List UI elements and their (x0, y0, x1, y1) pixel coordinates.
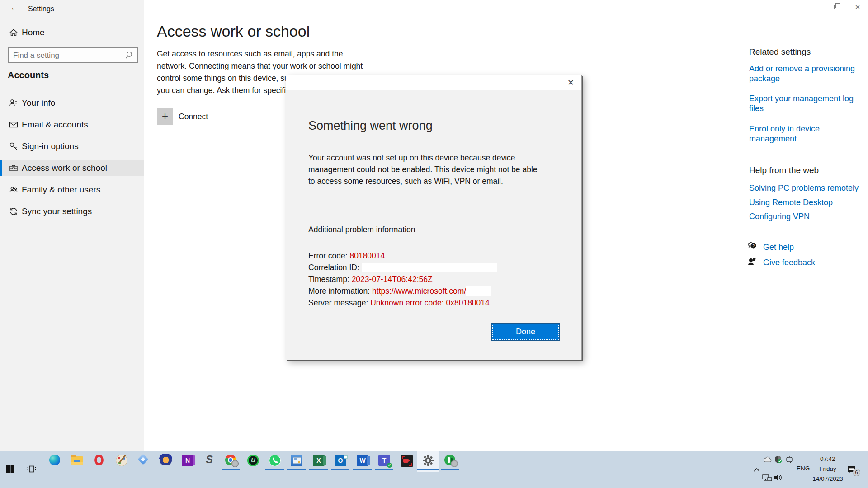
whatsapp-icon[interactable] (269, 455, 281, 466)
svg-text:?: ? (752, 244, 755, 248)
field-error-code: Error code: 80180014 (308, 251, 385, 263)
sync-icon (9, 207, 18, 216)
close-button[interactable]: ✕ (847, 0, 868, 14)
more-information-link[interactable]: https://www.microsoft.com/ (372, 286, 466, 296)
running-indicator (353, 469, 372, 470)
start-button[interactable] (6, 465, 14, 475)
search-icon[interactable] (125, 51, 134, 61)
overlay-badge (231, 460, 239, 467)
chrome-icon[interactable] (225, 455, 236, 465)
sidebar-item-sync-your-settings[interactable]: Sync your settings (0, 203, 144, 220)
running-indicator (441, 469, 459, 470)
file-explorer-icon[interactable] (71, 455, 83, 465)
outlook-icon[interactable]: O (335, 455, 346, 466)
description-line: you can change. Ask them for specific in… (157, 86, 307, 95)
link-give-feedback[interactable]: Give feedback (763, 258, 815, 267)
clock-day[interactable]: Friday (811, 465, 845, 473)
volume-icon[interactable] (774, 474, 783, 483)
selected-accent-bar (0, 160, 2, 176)
word-icon[interactable]: W (357, 455, 368, 466)
blue-tile-app-icon[interactable] (291, 455, 302, 466)
something-went-wrong-dialog: ✕ Something went wrong Your account was … (286, 75, 582, 360)
link-using-remote-desktop[interactable]: Using Remote Desktop (749, 197, 833, 207)
opera-icon[interactable] (94, 455, 104, 465)
dialog-body-line: management could not be enabled. This de… (308, 165, 538, 174)
running-indicator (287, 469, 306, 470)
onedrive-cloud-icon[interactable] (763, 456, 772, 465)
green-app-icon[interactable] (444, 455, 455, 465)
device-cam-icon[interactable] (786, 456, 793, 465)
redacted-box (466, 286, 491, 296)
search-box[interactable] (8, 47, 138, 63)
minimize-button[interactable]: – (806, 0, 826, 14)
notification-center-icon[interactable]: 6 (847, 465, 857, 476)
minimize-icon: – (814, 3, 818, 11)
settings-gear-icon (422, 455, 434, 468)
running-indicator (417, 469, 439, 470)
field-more-information: More information: https://www.microsoft.… (308, 286, 491, 298)
description-line: Get access to resources such as email, a… (157, 49, 343, 59)
paint-icon[interactable] (116, 455, 127, 466)
u-app-icon[interactable]: U (247, 455, 259, 466)
clock-date[interactable]: 14/07/2023 (811, 474, 845, 483)
link-solving-pc-problems[interactable]: Solving PC problems remotely (749, 183, 859, 193)
sidebar-section-accounts: Accounts (8, 70, 49, 80)
close-icon: ✕ (855, 3, 861, 11)
sidebar-item-sign-in-options[interactable]: Sign-in options (0, 138, 144, 155)
link-add-remove-provisioning[interactable]: Add or remove a provisioning package (749, 64, 855, 84)
onenote-icon[interactable]: N (182, 455, 193, 466)
settings-sidebar: ← Settings Home Accounts Your info Email… (0, 0, 144, 451)
running-indicator (222, 469, 240, 470)
search-input[interactable] (12, 49, 123, 62)
teams-icon[interactable]: T ✓ (378, 455, 390, 466)
tray-expand-chevron-icon[interactable] (753, 466, 760, 474)
person-info-icon (9, 99, 18, 108)
link-enrol-device-management[interactable]: Enrol only in device management (749, 124, 820, 144)
sidebar-item-label: Sync your settings (22, 203, 92, 220)
connect-label: Connect (179, 112, 208, 122)
sidebar-item-label: Access work or school (22, 160, 107, 176)
sidebar-item-access-work-or-school[interactable]: Access work or school (0, 160, 144, 176)
s-app-icon[interactable]: S (206, 454, 213, 465)
dialog-titlebar: ✕ (286, 75, 581, 90)
security-shield-icon[interactable] (774, 455, 782, 465)
back-arrow-icon[interactable]: ← (10, 3, 19, 13)
sidebar-item-family-other-users[interactable]: Family & other users (0, 182, 144, 198)
clock-time[interactable]: 07:42 (811, 455, 845, 463)
link-export-management-logs[interactable]: Export your management log files (749, 94, 854, 113)
sidebar-item-label: Family & other users (22, 182, 100, 198)
sidebar-item-email-accounts[interactable]: Email & accounts (0, 117, 144, 133)
help-from-web-heading: Help from the web (749, 165, 819, 175)
description-line: network. Connecting means that your work… (157, 61, 363, 71)
sidebar-item-label: Your info (22, 95, 55, 111)
diamond-app-icon[interactable] (139, 455, 147, 463)
envelope-icon (9, 120, 18, 129)
overlay-badge (451, 460, 458, 467)
network-icon[interactable] (762, 474, 772, 483)
redacted-box (362, 263, 497, 272)
link-get-help[interactable]: Get help (763, 242, 794, 252)
sidebar-item-home[interactable]: Home (0, 24, 144, 41)
dialog-close-icon[interactable]: ✕ (567, 78, 574, 88)
edge-icon[interactable] (49, 455, 60, 465)
notification-badge: 6 (853, 469, 860, 476)
dialog-body-line: Your account was not set up on this devi… (308, 153, 515, 163)
audacity-icon[interactable] (160, 455, 172, 465)
running-indicator (331, 469, 349, 470)
home-icon (9, 28, 18, 37)
field-timestamp: Timestamp: 2023-07-14T06:42:56Z (308, 275, 433, 286)
done-button[interactable]: Done (491, 323, 560, 341)
restore-button[interactable] (826, 0, 847, 14)
link-configuring-vpn[interactable]: Configuring VPN (749, 211, 810, 221)
briefcase-icon (9, 164, 18, 173)
field-server-message: Server message: Unknown error code: 0x80… (308, 298, 490, 310)
sidebar-item-your-info[interactable]: Your info (0, 95, 144, 111)
get-help-icon: ? (747, 241, 757, 253)
dialog-title: Something went wrong (308, 119, 433, 133)
plus-icon: + (162, 110, 168, 122)
language-indicator[interactable]: ENG (797, 465, 810, 472)
task-view-button[interactable] (27, 465, 36, 475)
camera-app-icon[interactable] (401, 455, 413, 467)
connect-button[interactable]: + (157, 108, 173, 125)
excel-icon[interactable]: X (313, 455, 325, 466)
